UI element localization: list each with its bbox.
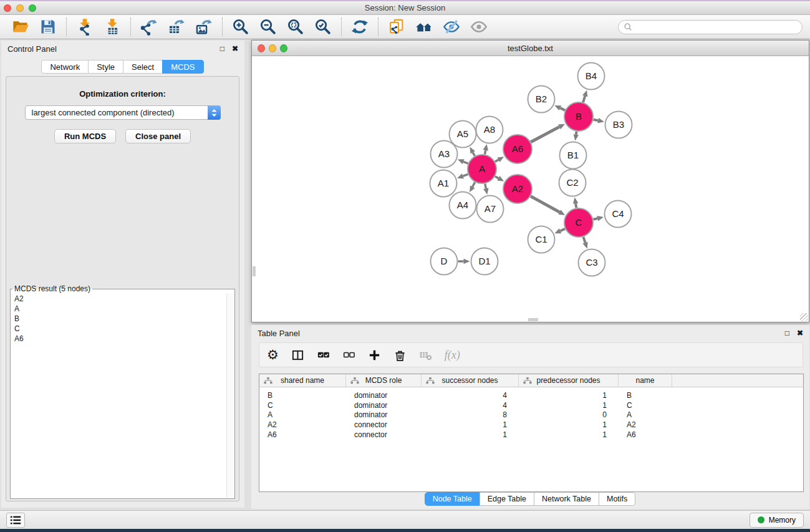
delete-rows-button[interactable] [393, 346, 407, 364]
select-all-rows-button[interactable] [317, 346, 330, 364]
export-image-button[interactable] [193, 16, 215, 37]
table-row[interactable]: A6connector11A6 [259, 430, 803, 440]
graph-node-A3[interactable]: A3 [431, 141, 458, 168]
search-box[interactable] [618, 20, 803, 34]
export-table-button[interactable] [165, 16, 188, 37]
table-row[interactable]: A2connector11A2 [259, 420, 803, 430]
open-file-button[interactable] [9, 16, 32, 37]
deselect-all-rows-button[interactable] [342, 346, 355, 364]
graph-node-D1[interactable]: D1 [471, 248, 498, 275]
tab-motifs[interactable]: Motifs [599, 492, 635, 506]
network-minimize-button[interactable] [269, 44, 276, 52]
graph-edge-A-A4[interactable] [470, 182, 475, 192]
search-input[interactable] [635, 22, 797, 31]
graph-edge-B-B2[interactable] [554, 105, 565, 110]
network-horizontal-scroll-handle[interactable] [528, 318, 538, 321]
table-row[interactable]: Cdominator41C [259, 400, 803, 410]
graph-node-A5[interactable]: A5 [450, 121, 476, 148]
column-header-name[interactable]: name [619, 374, 672, 387]
graph-edge-B-B4[interactable] [582, 90, 587, 102]
refresh-layout-button[interactable] [349, 16, 371, 37]
mcds-result-item[interactable]: A2 [14, 294, 226, 304]
tab-network-table[interactable]: Network Table [534, 492, 599, 506]
minimize-window-button[interactable] [16, 4, 24, 12]
graph-node-A[interactable]: A [468, 155, 496, 183]
zoom-in-button[interactable] [229, 16, 252, 37]
task-history-button[interactable] [6, 513, 25, 528]
graph-edge-A-A6[interactable] [495, 157, 504, 162]
column-header-successor-nodes[interactable]: successor nodes [422, 374, 519, 387]
tab-style[interactable]: Style [88, 60, 123, 74]
new-network-from-selection-button[interactable] [385, 16, 408, 37]
tab-node-table[interactable]: Node Table [425, 492, 480, 506]
import-network-button[interactable] [74, 16, 96, 37]
memory-button[interactable]: Memory [750, 513, 804, 528]
zoom-selected-button[interactable] [312, 16, 334, 37]
optimization-criterion-select[interactable]: largest connected component (directed) [25, 105, 221, 120]
titlebar[interactable]: Session: New Session [0, 0, 810, 15]
table-row[interactable]: Adominator80A [259, 410, 803, 420]
close-window-button[interactable] [4, 4, 11, 12]
network-close-button[interactable] [258, 44, 265, 52]
network-window-titlebar[interactable]: testGlobe.txt [252, 41, 809, 56]
tab-select[interactable]: Select [123, 60, 163, 74]
graph-edge-A2-C[interactable] [531, 196, 565, 215]
graph-node-C4[interactable]: C4 [605, 201, 632, 228]
graph-edge-A-A1[interactable] [457, 173, 468, 178]
graph-node-A2[interactable]: A2 [503, 175, 532, 203]
mcds-result-list[interactable]: A2ABCA6 [11, 293, 226, 498]
float-panel-icon[interactable]: □ [785, 329, 789, 337]
graph-edge-D-D1[interactable] [458, 259, 470, 264]
first-neighbors-button[interactable] [413, 16, 435, 37]
column-header-predecessor-nodes[interactable]: predecessor nodes [519, 374, 619, 387]
table-settings-button[interactable]: ⚙ [267, 346, 279, 364]
zoom-fit-button[interactable] [284, 16, 307, 37]
save-session-button[interactable] [37, 16, 59, 37]
graph-edge-A6-B[interactable] [531, 124, 565, 142]
column-header-MCDS-role[interactable]: MCDS role [346, 374, 422, 387]
graph-edge-C-C1[interactable] [554, 228, 565, 233]
mcds-result-scrollbar[interactable] [226, 293, 234, 498]
graph-node-B4[interactable]: B4 [578, 63, 605, 90]
run-mcds-button[interactable]: Run MCDS [54, 129, 116, 143]
mcds-result-item[interactable]: A6 [14, 334, 226, 344]
graph-edge-C-C4[interactable] [593, 216, 604, 221]
node-table[interactable]: shared nameMCDS rolesuccessor nodesprede… [259, 374, 804, 492]
close-panel-icon[interactable]: ✖ [232, 44, 238, 53]
tab-mcds[interactable]: MCDS [162, 60, 203, 74]
close-panel-icon[interactable]: ✖ [797, 329, 803, 337]
show-all-button[interactable] [468, 16, 490, 37]
delete-columns-button[interactable] [419, 346, 432, 364]
graph-node-B3[interactable]: B3 [605, 112, 632, 138]
graph-node-B1[interactable]: B1 [560, 142, 587, 169]
tab-network[interactable]: Network [41, 60, 89, 74]
hide-selected-button[interactable] [440, 16, 463, 37]
graph-node-C3[interactable]: C3 [579, 249, 605, 276]
table-row[interactable]: Bdominator41B [259, 390, 803, 400]
graph-node-B[interactable]: B [564, 102, 593, 131]
graph-edge-A-A2[interactable] [495, 176, 504, 181]
graph-node-C2[interactable]: C2 [559, 170, 586, 196]
zoom-window-button[interactable] [29, 4, 36, 12]
apply-function-button[interactable]: f(x) [445, 346, 460, 364]
graph-node-A8[interactable]: A8 [476, 117, 503, 143]
column-visibility-button[interactable] [291, 346, 304, 364]
network-zoom-button[interactable] [280, 44, 287, 52]
graph-node-D[interactable]: D [431, 248, 458, 275]
export-network-button[interactable] [138, 16, 160, 37]
network-resize-grip[interactable] [800, 313, 808, 321]
graph-edge-C-C2[interactable] [573, 197, 578, 208]
mcds-result-item[interactable]: A [14, 304, 226, 314]
graph-edge-B-B1[interactable] [574, 132, 579, 141]
mcds-result-item[interactable]: B [14, 314, 226, 324]
graph-node-A1[interactable]: A1 [430, 170, 457, 197]
import-table-button[interactable] [101, 16, 123, 37]
graph-node-C[interactable]: C [564, 208, 593, 237]
network-vertical-scroll-handle[interactable] [253, 266, 256, 276]
graph-node-A6[interactable]: A6 [503, 135, 532, 163]
graph-edge-A-A3[interactable] [458, 159, 468, 164]
graph-edge-A-A5[interactable] [470, 147, 475, 156]
column-header-shared-name[interactable]: shared name [259, 374, 346, 387]
graph-node-A4[interactable]: A4 [450, 192, 476, 219]
graph-edge-B-B3[interactable] [594, 118, 604, 123]
